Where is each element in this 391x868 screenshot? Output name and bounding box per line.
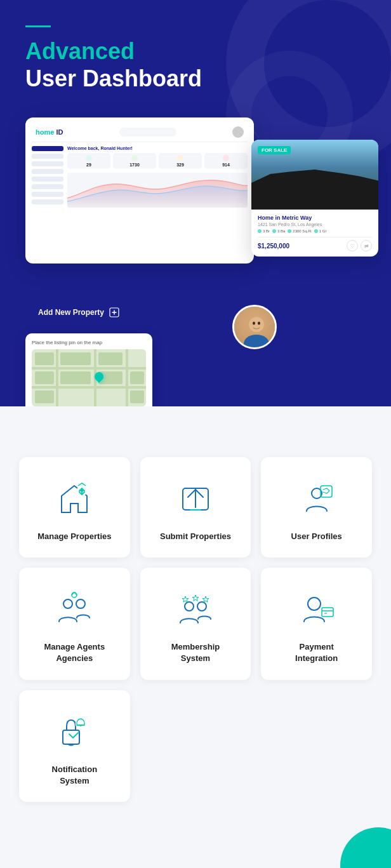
- add-property-icon: [109, 307, 119, 317]
- property-image: FOR SALE: [251, 140, 378, 210]
- property-card: FOR SALE Home in Metric Way 1421 San Ped…: [251, 140, 378, 257]
- payment-icon: [295, 587, 339, 631]
- feature-notification[interactable]: Notification System: [19, 690, 130, 802]
- svg-rect-19: [130, 371, 144, 384]
- add-property-button[interactable]: Add New Property: [25, 301, 132, 324]
- mockup-header: home ID: [32, 124, 248, 142]
- stat-views-icon: [131, 155, 138, 161]
- sidebar-item-7: [32, 199, 63, 204]
- property-price: $1,250,000: [258, 243, 289, 250]
- mockup-sidebar: [32, 146, 63, 208]
- mockup-user-avatar: [232, 126, 244, 138]
- stat-views-value: 1730: [116, 163, 153, 167]
- spec-dot-4: [314, 229, 318, 233]
- stat-listings-value: 329: [162, 163, 199, 167]
- property-footer: $1,250,000 ♡ ⇌: [258, 237, 372, 251]
- map-title: Place the listing pin on the map: [32, 340, 146, 345]
- features-grid-container: Manage Properties Submit Properties: [0, 406, 391, 827]
- svg-rect-20: [130, 391, 144, 403]
- dashboard-mockup: home ID Welcome back, Ronald Hunter!: [25, 117, 254, 264]
- feature-submit-properties[interactable]: Submit Properties: [140, 457, 251, 558]
- svg-point-2: [244, 335, 269, 349]
- mockup-main-content: Welcome back, Ronald Hunter! 29 1730 329: [67, 146, 248, 208]
- user-profiles-label: User Profiles: [274, 531, 359, 542]
- stat-saved-value: 914: [208, 163, 244, 167]
- spec-dot-3: [288, 229, 291, 233]
- property-name: Home in Metric Way: [258, 215, 372, 221]
- svg-rect-24: [321, 486, 332, 497]
- feature-manage-properties[interactable]: Manage Properties: [19, 457, 130, 558]
- mockup-welcome-text: Welcome back, Ronald Hunter!: [67, 146, 248, 150]
- sidebar-item-active: [32, 146, 63, 151]
- svg-point-3: [249, 317, 264, 332]
- user-profiles-icon: [295, 476, 339, 521]
- notification-icon: [52, 709, 96, 754]
- features-grid: Manage Properties Submit Properties: [19, 457, 372, 802]
- accent-line: [25, 25, 51, 27]
- property-info: Home in Metric Way 1421 San Pedro St, Lo…: [251, 210, 378, 257]
- spec-dot: [258, 229, 262, 233]
- membership-icon: [173, 587, 218, 631]
- submit-properties-icon: [173, 476, 218, 521]
- hero-section: Advanced User Dashboard home ID Welcome …: [0, 0, 391, 406]
- stat-houses-value: 29: [70, 163, 107, 167]
- svg-rect-18: [35, 391, 54, 403]
- svg-rect-14: [98, 352, 123, 365]
- sidebar-item-4: [32, 177, 63, 182]
- favorite-button[interactable]: ♡: [347, 240, 358, 251]
- for-sale-badge: FOR SALE: [258, 146, 291, 154]
- svg-point-28: [185, 602, 194, 611]
- spec-br-label: 3 Br: [263, 229, 270, 233]
- sidebar-item-6: [32, 192, 63, 197]
- feature-payment[interactable]: Payment Integration: [261, 568, 372, 679]
- svg-rect-34: [63, 730, 79, 744]
- spec-garage: 1 Gr: [314, 229, 327, 233]
- mockup-chart: [67, 173, 248, 208]
- share-button[interactable]: ⇌: [361, 240, 372, 251]
- stat-saved-icon: [223, 155, 229, 161]
- svg-point-25: [63, 599, 72, 608]
- property-actions: ♡ ⇌: [347, 240, 372, 251]
- feature-user-profiles[interactable]: User Profiles: [261, 457, 372, 558]
- svg-rect-12: [35, 352, 54, 365]
- stat-house-icon: [86, 155, 92, 161]
- manage-properties-icon: [52, 476, 96, 521]
- svg-rect-31: [322, 608, 333, 617]
- avatar-face: [234, 307, 275, 347]
- spec-ba-label: 3 Ba: [277, 229, 285, 233]
- svg-point-4: [253, 322, 255, 325]
- svg-point-27: [72, 592, 77, 598]
- bottom-decoration: [0, 827, 391, 868]
- manage-agents-icon: [52, 587, 96, 631]
- manage-agents-label: Manage Agents Agencies: [32, 641, 117, 664]
- sidebar-item-3: [32, 169, 63, 174]
- map-card: Place the listing pin on the map: [25, 333, 152, 406]
- mockup-logo: home ID: [36, 128, 63, 136]
- property-building: [251, 165, 378, 210]
- spec-sqft-label: 2300 Sq.Ft: [293, 229, 311, 233]
- mockup-body: Welcome back, Ronald Hunter! 29 1730 329: [32, 146, 248, 208]
- stat-listings-icon: [177, 155, 183, 161]
- feature-membership[interactable]: Membership System: [140, 568, 251, 679]
- spec-gr-label: 1 Gr: [319, 229, 327, 233]
- mockup-search-bar: [119, 128, 176, 137]
- spec-dot-2: [272, 229, 276, 233]
- features-section: Manage Properties Submit Properties: [0, 406, 391, 868]
- stat-saved: 914: [204, 153, 248, 169]
- stat-listings: 329: [159, 153, 202, 169]
- property-address: 1421 San Pedro St, Los Angeles: [258, 222, 372, 227]
- mockup-stats-row: 29 1730 329 914: [67, 153, 248, 169]
- svg-point-30: [308, 598, 321, 610]
- sidebar-item-2: [32, 161, 63, 166]
- stat-houses: 29: [67, 153, 110, 169]
- notification-label: Notification System: [32, 764, 117, 787]
- svg-point-26: [76, 599, 85, 608]
- svg-point-29: [197, 602, 206, 611]
- manage-properties-label: Manage Properties: [32, 531, 117, 542]
- submit-properties-label: Submit Properties: [153, 531, 239, 542]
- property-specs: 3 Br 3 Ba 2300 Sq.Ft 1 Gr: [258, 229, 372, 233]
- sidebar-item-1: [32, 154, 63, 159]
- map-grid-svg: [32, 349, 146, 406]
- feature-manage-agents[interactable]: Manage Agents Agencies: [19, 568, 130, 679]
- spec-bathrooms: 3 Ba: [272, 229, 285, 233]
